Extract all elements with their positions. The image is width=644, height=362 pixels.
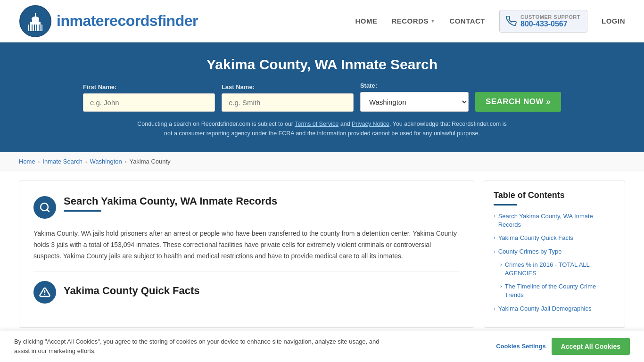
breadcrumb-sep-3: › [125, 159, 127, 165]
table-of-contents: Table of Contents ›Search Yakima County,… [484, 181, 625, 328]
last-name-input[interactable] [222, 93, 354, 112]
state-select[interactable]: AlabamaAlaskaArizonaArkansasCaliforniaCo… [360, 92, 469, 112]
toc-list: ›Search Yakima County, WA Inmate Records… [494, 212, 615, 313]
quick-facts-heading: Yakima County Quick Facts [33, 281, 460, 304]
chevron-right-icon: › [494, 235, 495, 240]
alert-icon [39, 287, 50, 298]
quick-facts-section: Yakima County Quick Facts [33, 271, 460, 304]
header: inmaterecordsfinder HOME RECORDS ▼ CONTA… [0, 0, 644, 42]
state-group: State: AlabamaAlaskaArizonaArkansasCalif… [360, 82, 469, 112]
logo-icon [19, 5, 52, 38]
main-nav: HOME RECORDS ▼ CONTACT CUSTOMER SUPPORT … [355, 10, 625, 33]
chevron-right-icon: › [500, 283, 502, 289]
hero-title: Yakima County, WA Inmate Search [19, 57, 625, 73]
search-section-title-block: Search Yakima County, WA Inmate Records [64, 195, 277, 212]
breadcrumb-sep-1: › [38, 159, 40, 165]
privacy-link[interactable]: Privacy Notice [352, 121, 389, 127]
toc-item: ›Yakima County Jail Demographics [494, 304, 615, 313]
last-name-group: Last Name: [222, 83, 354, 112]
nav-login[interactable]: LOGIN [602, 17, 625, 25]
cookie-banner: By clicking "Accept All Cookies", you ag… [0, 330, 644, 337]
svg-rect-5 [35, 13, 36, 19]
toc-item: ›The Timeline of the County Crime Trends [494, 282, 615, 299]
phone-icon [506, 16, 517, 26]
search-form: First Name: Last Name: State: AlabamaAla… [19, 82, 625, 112]
toc-link[interactable]: Yakima County Jail Demographics [498, 304, 592, 313]
search-section-body: Yakima County, WA jails hold prisoners a… [33, 228, 460, 262]
first-name-input[interactable] [83, 93, 215, 112]
toc-link[interactable]: Crimes % in 2016 - TOTAL ALL AGENCIES [505, 261, 615, 278]
chevron-right-icon: › [494, 248, 495, 254]
nav-contact[interactable]: CONTACT [449, 17, 485, 25]
toc-link[interactable]: County Crimes by Type [498, 247, 562, 256]
search-section-icon [33, 196, 56, 219]
content-left: Search Yakima County, WA Inmate Records … [19, 181, 474, 328]
svg-rect-7 [32, 25, 33, 31]
state-label: State: [360, 82, 377, 89]
search-section-heading: Search Yakima County, WA Inmate Records [33, 195, 460, 219]
svg-rect-6 [29, 25, 30, 31]
svg-rect-10 [39, 25, 40, 31]
breadcrumb-current: Yakima County [129, 158, 170, 165]
svg-line-13 [47, 210, 49, 212]
toc-link[interactable]: Yakima County Quick Facts [498, 234, 573, 242]
search-button[interactable]: SEARCH NOW » [475, 92, 561, 112]
toc-underline [494, 204, 517, 206]
breadcrumb-inmate-search[interactable]: Inmate Search [42, 158, 83, 165]
toc-item: ›Crimes % in 2016 - TOTAL ALL AGENCIES [494, 261, 615, 278]
last-name-label: Last Name: [222, 83, 255, 90]
logo-text: inmaterecordsfinder [57, 12, 198, 30]
breadcrumb-washington[interactable]: Washington [90, 158, 122, 165]
breadcrumb: Home › Inmate Search › Washington › Yaki… [0, 152, 644, 171]
search-section-title: Search Yakima County, WA Inmate Records [64, 195, 277, 207]
tos-link[interactable]: Terms of Service [295, 121, 339, 127]
magnify-icon [39, 202, 50, 213]
quick-facts-title: Yakima County Quick Facts [64, 285, 200, 297]
hero-section: Yakima County, WA Inmate Search First Na… [0, 42, 644, 152]
first-name-label: First Name: [83, 83, 117, 90]
breadcrumb-sep-2: › [85, 159, 87, 165]
toc-link[interactable]: The Timeline of the County Crime Trends [505, 282, 615, 299]
toc-title: Table of Contents [494, 190, 615, 200]
customer-support-text: CUSTOMER SUPPORT 800-433-0567 [520, 14, 580, 28]
svg-rect-1 [28, 25, 42, 31]
hero-disclaimer: Conducting a search on Recordsfinder.com… [133, 119, 511, 138]
customer-support[interactable]: CUSTOMER SUPPORT 800-433-0567 [499, 10, 587, 33]
breadcrumb-home[interactable]: Home [19, 158, 35, 165]
chevron-right-icon: › [494, 305, 495, 311]
svg-rect-9 [36, 25, 37, 31]
toc-item: ›Search Yakima County, WA Inmate Records [494, 212, 615, 229]
svg-rect-11 [41, 25, 41, 31]
toc-item: ›County Crimes by Type [494, 247, 615, 256]
chevron-right-icon: › [500, 262, 502, 267]
nav-records[interactable]: RECORDS ▼ [391, 17, 435, 25]
toc-item: ›Yakima County Quick Facts [494, 234, 615, 242]
quick-facts-icon [33, 281, 56, 304]
first-name-group: First Name: [83, 83, 215, 112]
logo-area[interactable]: inmaterecordsfinder [19, 5, 198, 38]
toc-link[interactable]: Search Yakima County, WA Inmate Records [498, 212, 615, 229]
nav-home[interactable]: HOME [355, 17, 377, 25]
chevron-down-icon: ▼ [430, 18, 435, 24]
section-underline [64, 210, 101, 212]
svg-rect-8 [34, 25, 35, 31]
chevron-right-icon: › [494, 213, 495, 219]
main-content: Search Yakima County, WA Inmate Records … [0, 171, 644, 337]
